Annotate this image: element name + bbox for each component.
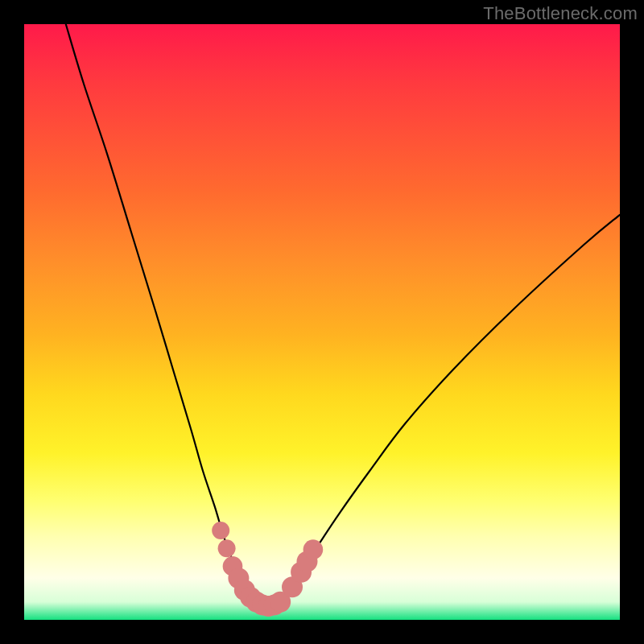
watermark-text: TheBottleneck.com [483,3,638,24]
curve-marker [218,539,236,557]
chart-frame: TheBottleneck.com [0,0,644,644]
plot-area [24,24,620,620]
curve-marker [303,539,324,559]
curve-svg [24,24,620,620]
curve-marker [212,522,229,539]
curve-markers [212,522,323,617]
bottleneck-curve [66,24,620,607]
